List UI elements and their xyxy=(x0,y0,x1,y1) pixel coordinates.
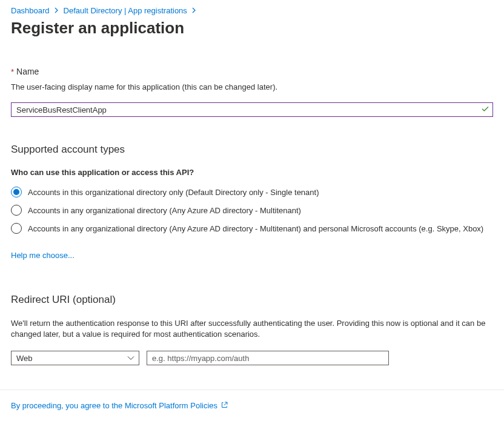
radio-icon xyxy=(11,223,22,234)
radio-label: Accounts in any organizational directory… xyxy=(28,206,301,215)
breadcrumb-link-dashboard[interactable]: Dashboard xyxy=(11,6,50,15)
breadcrumb-link-app-registrations[interactable]: Default Directory | App registrations xyxy=(64,6,187,15)
account-type-option-single-tenant[interactable]: Accounts in this organizational director… xyxy=(11,187,493,197)
account-types-heading: Supported account types xyxy=(11,144,493,156)
name-input[interactable] xyxy=(11,102,493,117)
required-indicator: * xyxy=(11,67,14,76)
redirect-description: We'll return the authentication response… xyxy=(11,318,493,340)
breadcrumb: Dashboard Default Directory | App regist… xyxy=(11,6,493,15)
radio-icon xyxy=(11,205,22,216)
help-choose-link[interactable]: Help me choose... xyxy=(11,251,75,260)
account-types-question: Who can use this application or access t… xyxy=(11,168,493,177)
platform-policies-link[interactable]: By proceeding, you agree to the Microsof… xyxy=(11,401,217,410)
chevron-right-icon xyxy=(192,7,196,15)
radio-icon xyxy=(11,187,22,197)
account-type-option-multitenant[interactable]: Accounts in any organizational directory… xyxy=(11,205,493,216)
redirect-uri-input[interactable] xyxy=(147,351,389,365)
account-type-option-multitenant-personal[interactable]: Accounts in any organizational directory… xyxy=(11,223,493,234)
radio-label: Accounts in any organizational directory… xyxy=(28,224,483,233)
external-link-icon xyxy=(221,401,228,410)
name-label: Name xyxy=(16,67,39,76)
name-helper: The user-facing display name for this ap… xyxy=(11,82,493,91)
platform-select-value: Web xyxy=(16,354,33,363)
platform-select[interactable]: Web xyxy=(11,351,139,365)
radio-label: Accounts in this organizational director… xyxy=(28,188,319,197)
chevron-right-icon xyxy=(55,7,59,15)
redirect-heading: Redirect URI (optional) xyxy=(11,294,493,306)
page-title: Register an application xyxy=(11,19,493,38)
